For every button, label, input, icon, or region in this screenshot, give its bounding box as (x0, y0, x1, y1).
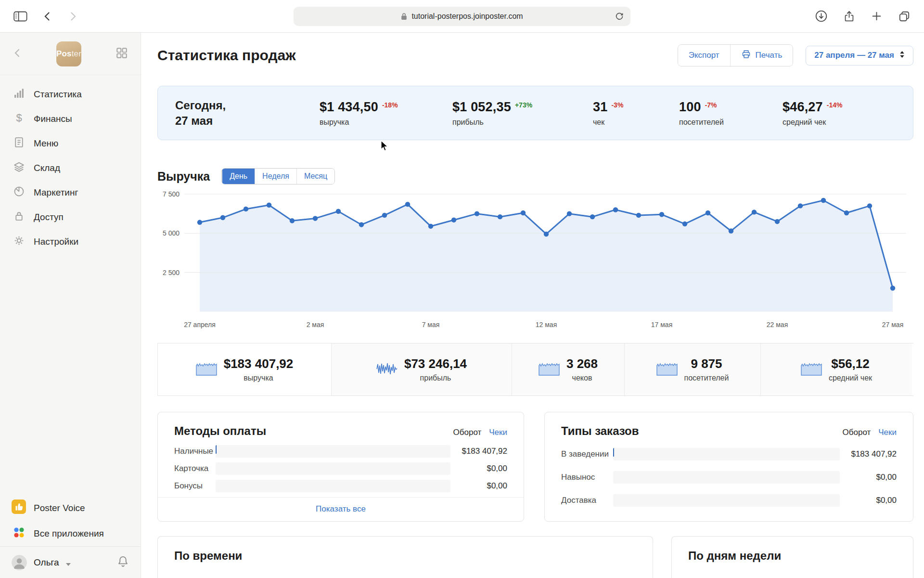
sidebar-nav-label: Склад (34, 163, 60, 173)
row-value: $0,00 (450, 464, 507, 473)
by-time-card: По времени 20 000 (157, 536, 653, 578)
today-title: Сегодня, 27 мая (175, 98, 320, 128)
sidebar-nav-item[interactable]: Меню (0, 131, 141, 156)
summary-tab[interactable]: 9 875 посетителей (624, 343, 760, 395)
summary-tab[interactable]: $73 246,14 прибыль (331, 343, 512, 395)
sidebar-nav-label: Настройки (34, 236, 78, 247)
row-value: $183 407,92 (450, 447, 507, 456)
tab-overview-icon[interactable] (898, 10, 911, 23)
sidebar-nav-item[interactable]: $ Финансы (0, 106, 141, 131)
bar-track (613, 494, 840, 507)
stat-delta: -14% (827, 101, 843, 109)
sidebar-nav-label: Меню (34, 138, 58, 149)
card-toggle[interactable]: Оборот (453, 428, 482, 437)
bar-track (216, 480, 450, 492)
svg-text:2 500: 2 500 (163, 269, 180, 276)
payment-row: Бонусы $0,00 (174, 479, 507, 492)
reload-icon[interactable] (614, 11, 625, 22)
bar-track (613, 448, 840, 460)
stat-value: 31 (593, 100, 607, 115)
card-title: По времени (174, 549, 636, 563)
svg-text:$: $ (16, 112, 22, 124)
svg-text:27 апреля: 27 апреля (184, 321, 216, 328)
bar-fill (613, 448, 614, 457)
sidebar-nav-item[interactable]: Настройки (0, 229, 141, 254)
today-stat: $1 434,50 -18% выручка (320, 100, 452, 127)
row-label: Навынос (561, 473, 613, 482)
new-tab-icon[interactable] (871, 10, 883, 22)
row-label: Бонусы (174, 481, 216, 491)
user-menu[interactable]: Ольга (0, 546, 141, 578)
sidebar-nav-item[interactable]: Доступ (0, 205, 141, 229)
printer-icon (741, 49, 751, 62)
summary-label: чеков (566, 374, 598, 382)
sidebar-collapse-icon[interactable] (13, 48, 22, 60)
summary-label: выручка (224, 374, 294, 382)
downloads-icon[interactable] (815, 10, 828, 23)
export-button[interactable]: Экспорт (678, 45, 730, 66)
card-toggle[interactable]: Оборот (843, 428, 871, 437)
card-title: По дням недели (688, 549, 897, 563)
summary-tab[interactable]: $183 407,92 выручка (157, 343, 331, 395)
summary-value: 9 875 (684, 356, 729, 371)
date-range-select[interactable]: 27 апреля — 27 мая (806, 46, 913, 66)
stat-delta: -3% (611, 101, 623, 109)
sidebar-nav-item[interactable]: Маркетинг (0, 180, 141, 205)
stat-label: чек (593, 118, 679, 127)
svg-text:7 500: 7 500 (163, 190, 180, 198)
svg-text:12 мая: 12 мая (536, 321, 557, 328)
sidebar-app-item[interactable]: Все приложения (0, 521, 141, 546)
sidebar-nav-item[interactable]: Склад (0, 156, 141, 180)
period-tab[interactable]: День (222, 169, 255, 184)
sidebar-app-label: Все приложения (34, 528, 104, 539)
stat-label: посетителей (679, 118, 783, 127)
row-label: Доставка (561, 496, 613, 505)
share-icon[interactable] (843, 10, 855, 23)
apps-grid-icon[interactable] (116, 47, 128, 61)
print-button[interactable]: Печать (730, 45, 793, 66)
browser-back-icon[interactable] (42, 11, 52, 22)
summary-tab[interactable]: 3 268 чеков (512, 343, 624, 395)
browser-forward-icon[interactable] (68, 11, 78, 22)
card-toggle[interactable]: Чеки (489, 428, 507, 437)
today-stat: 100 -7% посетителей (679, 100, 783, 127)
card-title: Типы заказов (561, 424, 639, 438)
sidebar-app-label: Poster Voice (34, 503, 85, 513)
summary-label: посетителей (684, 374, 729, 382)
show-all-link[interactable]: Показать все (158, 497, 524, 521)
address-bar[interactable]: tutorial-posterpos.joinposter.com (294, 7, 630, 26)
row-label: В заведении (561, 449, 613, 459)
browser-chrome: tutorial-posterpos.joinposter.com (0, 0, 924, 33)
today-stat: $1 052,35 +73% прибыль (452, 100, 593, 127)
period-tab[interactable]: Месяц (296, 169, 334, 184)
today-stat: $46,27 -14% средний чек (783, 100, 896, 127)
summary-label: средний чек (829, 374, 872, 382)
row-value: $0,00 (840, 473, 897, 482)
period-tabs: День Неделя Месяц (221, 168, 335, 184)
period-tab[interactable]: Неделя (255, 169, 296, 184)
bell-icon[interactable] (117, 555, 129, 570)
svg-text:22 мая: 22 мая (767, 321, 788, 328)
row-value: $0,00 (840, 496, 897, 505)
sidebar-nav-item[interactable]: Статистика (0, 82, 141, 106)
sidebar-nav-label: Статистика (34, 89, 82, 100)
user-name: Ольга (34, 557, 59, 568)
today-summary-card: Сегодня, 27 мая $1 434,50 -18% выручка (157, 86, 913, 140)
sidebar-toggle-icon[interactable] (13, 11, 27, 22)
summary-tab[interactable]: $56,12 средний чек (760, 343, 912, 395)
stat-label: средний чек (783, 118, 896, 127)
bar-fill (216, 445, 217, 454)
sidebar-app-item[interactable]: Poster Voice (0, 495, 141, 521)
stat-delta: -7% (705, 101, 717, 109)
card-toggle[interactable]: Чеки (878, 428, 897, 437)
payment-methods-card: Методы оплаты Оборот Чеки Наличные (157, 412, 524, 522)
payment-row: Карточка $0,00 (174, 462, 507, 475)
poster-logo[interactable]: Poster (56, 41, 81, 66)
stat-label: выручка (320, 118, 452, 127)
order-row: Доставка $0,00 (561, 494, 897, 507)
sidebar-nav-label: Доступ (34, 212, 64, 223)
svg-text:27 мая: 27 мая (882, 321, 903, 328)
summary-label: прибыль (404, 374, 467, 382)
stat-delta: +73% (515, 101, 532, 109)
payment-row: Наличные $183 407,92 (174, 445, 507, 458)
